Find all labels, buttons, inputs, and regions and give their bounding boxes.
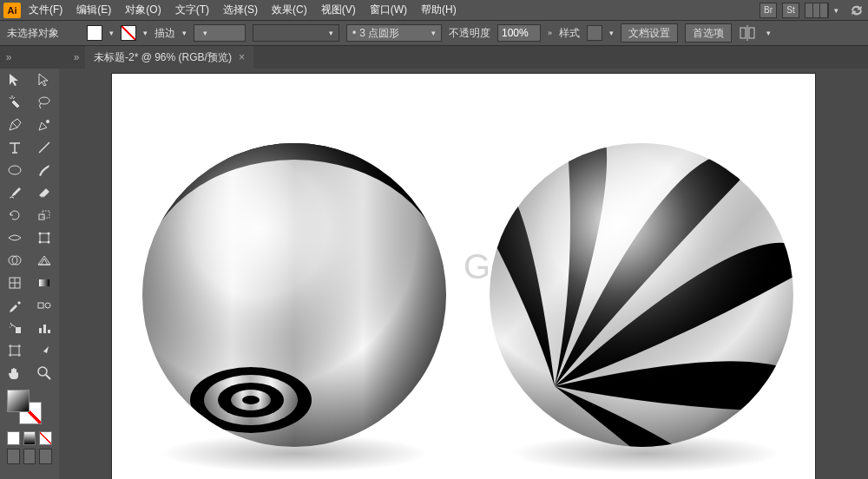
menu-object[interactable]: 对象(O) <box>119 3 167 17</box>
artboard-tool[interactable] <box>0 339 30 362</box>
color-mode-icon[interactable] <box>7 431 20 445</box>
magic-wand-tool[interactable] <box>0 91 30 114</box>
svg-rect-21 <box>39 328 42 333</box>
svg-rect-22 <box>43 325 46 333</box>
draw-behind-icon[interactable] <box>23 449 36 464</box>
align-chevron-icon[interactable]: ▾ <box>766 29 771 37</box>
menu-edit[interactable]: 编辑(E) <box>70 3 117 17</box>
fill-chevron-icon[interactable]: ▾ <box>109 29 114 37</box>
opacity-chevron-icon[interactable]: » <box>548 29 552 37</box>
arrange-docs-icon[interactable] <box>805 3 829 18</box>
menu-select[interactable]: 选择(S) <box>217 3 264 17</box>
gradient-mode-icon[interactable] <box>23 431 36 445</box>
svg-rect-23 <box>48 330 50 333</box>
align-panel-icon[interactable] <box>739 25 760 41</box>
chevron-down-icon: ▾ <box>203 29 207 37</box>
svg-point-37 <box>490 143 793 447</box>
fill-color-swatch[interactable] <box>7 390 30 412</box>
svg-rect-18 <box>38 303 43 308</box>
width-tool[interactable] <box>0 226 30 249</box>
canvas-area[interactable]: Gsystem <box>59 69 868 479</box>
svg-point-19 <box>45 303 50 308</box>
svg-rect-24 <box>10 346 19 355</box>
selection-tool[interactable] <box>0 69 30 91</box>
brush-definition-select[interactable]: • 3 点圆形 ▾ <box>346 24 442 42</box>
sphere-2[interactable] <box>485 135 798 456</box>
line-tool[interactable] <box>30 136 59 159</box>
opacity-label: 不透明度 <box>449 26 490 41</box>
close-tab-icon[interactable]: × <box>239 51 245 63</box>
stroke-weight-select[interactable]: ▾ <box>194 24 246 42</box>
svg-line-26 <box>46 375 50 379</box>
color-picker[interactable] <box>0 384 59 430</box>
arrange-chevron-icon[interactable]: ▾ <box>834 6 838 15</box>
svg-line-5 <box>39 142 49 153</box>
fill-swatch[interactable] <box>87 25 102 41</box>
style-chevron-icon[interactable]: ▾ <box>609 29 614 37</box>
tools-panel: » <box>0 46 59 479</box>
svg-point-12 <box>39 241 42 244</box>
svg-rect-20 <box>16 327 21 333</box>
menu-view[interactable]: 视图(V) <box>315 3 362 17</box>
artboard[interactable]: Gsystem <box>112 74 815 479</box>
shaper-tool[interactable] <box>0 181 30 204</box>
stroke-swatch[interactable] <box>121 25 136 41</box>
control-bar: 未选择对象 ▾ ▾ 描边 ▾ ▾ ▾ • 3 点圆形 ▾ 不透明度 100% »… <box>0 20 868 46</box>
stock-icon[interactable]: St <box>782 3 799 18</box>
menu-window[interactable]: 窗口(W) <box>364 3 413 17</box>
menu-effect[interactable]: 效果(C) <box>266 3 313 17</box>
preferences-button[interactable]: 首选项 <box>685 23 732 43</box>
blend-tool[interactable] <box>30 294 59 317</box>
svg-point-6 <box>9 166 21 174</box>
paintbrush-tool[interactable] <box>30 159 59 181</box>
opacity-input[interactable]: 100% <box>497 24 541 42</box>
draw-inside-icon[interactable] <box>39 449 52 464</box>
svg-rect-1 <box>749 28 754 38</box>
ellipse-tool[interactable] <box>0 159 30 181</box>
document-setup-button[interactable]: 文档设置 <box>621 23 678 43</box>
svg-rect-17 <box>39 279 49 286</box>
bridge-icon[interactable]: Br <box>760 3 777 18</box>
svg-rect-9 <box>40 233 49 242</box>
free-transform-tool[interactable] <box>30 226 59 249</box>
zoom-tool[interactable] <box>30 362 59 384</box>
slice-tool[interactable] <box>30 339 59 362</box>
direct-selection-tool[interactable] <box>30 69 59 91</box>
tools-collapse-icon[interactable]: » <box>0 46 17 69</box>
hand-tool[interactable] <box>0 362 30 384</box>
curvature-tool[interactable] <box>30 114 59 136</box>
menu-help[interactable]: 帮助(H) <box>415 3 463 17</box>
svg-point-10 <box>39 233 42 235</box>
stroke-panel-icon[interactable]: ▾ <box>182 29 187 37</box>
document-tab-title: 未标题-2* @ 96% (RGB/预览) <box>94 50 232 65</box>
document-tab[interactable]: 未标题-2* @ 96% (RGB/预览) × <box>85 46 253 69</box>
app-icon: Ai <box>3 3 21 18</box>
shape-builder-tool[interactable] <box>0 249 30 272</box>
chevron-down-icon: ▾ <box>431 29 436 37</box>
stroke-chevron-icon[interactable]: ▾ <box>143 29 148 37</box>
pen-tool[interactable] <box>0 114 30 136</box>
sync-icon[interactable] <box>849 3 865 18</box>
sphere-1[interactable] <box>138 135 450 456</box>
none-mode-icon[interactable] <box>39 431 52 445</box>
bullet-icon: • <box>352 27 356 39</box>
gradient-tool[interactable] <box>30 272 59 294</box>
menu-type[interactable]: 文字(T) <box>169 3 215 17</box>
svg-rect-7 <box>39 214 44 220</box>
rotate-tool[interactable] <box>0 204 30 226</box>
eyedropper-tool[interactable] <box>0 294 30 317</box>
column-graph-tool[interactable] <box>30 317 59 339</box>
draw-normal-icon[interactable] <box>7 449 20 464</box>
chevron-down-icon: ▾ <box>329 29 333 37</box>
var-width-profile-select[interactable]: ▾ <box>253 24 339 42</box>
perspective-grid-tool[interactable] <box>30 249 59 272</box>
scale-tool[interactable] <box>30 204 59 226</box>
style-swatch[interactable] <box>587 25 602 41</box>
mesh-tool[interactable] <box>0 272 30 294</box>
eraser-tool[interactable] <box>30 181 59 204</box>
type-tool[interactable] <box>0 136 30 159</box>
tabs-collapse-icon[interactable]: » <box>68 51 85 63</box>
menu-file[interactable]: 文件(F) <box>23 3 69 17</box>
lasso-tool[interactable] <box>30 91 59 114</box>
symbol-sprayer-tool[interactable] <box>0 317 30 339</box>
